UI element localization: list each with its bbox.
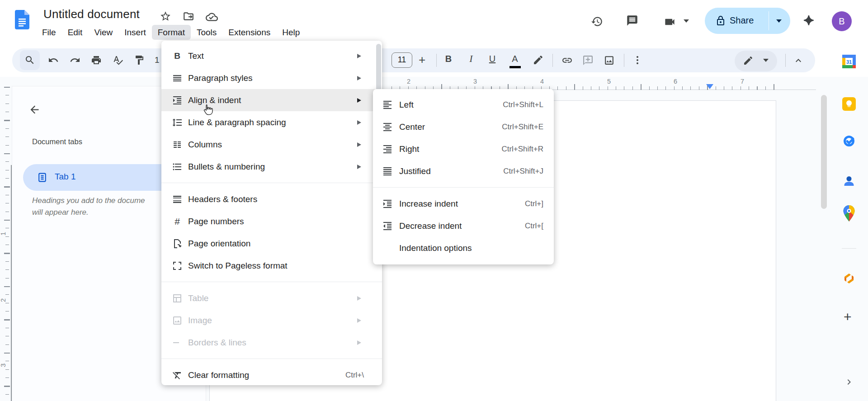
menu-divider bbox=[161, 359, 382, 359]
toolbar-divider bbox=[552, 54, 553, 67]
menu-item-columns[interactable]: Columns bbox=[161, 133, 382, 156]
close-panel-arrow-icon[interactable] bbox=[28, 104, 41, 116]
google-keep-icon[interactable] bbox=[842, 97, 856, 111]
google-tasks-icon[interactable] bbox=[842, 134, 856, 148]
submenu-arrow-icon bbox=[357, 120, 361, 125]
submenu-item-decrease-indent[interactable]: Decrease indent Ctrl+[ bbox=[373, 215, 554, 237]
menu-item-bullets-numbering[interactable]: Bullets & numbering bbox=[161, 156, 382, 178]
text-color-swatch bbox=[509, 66, 521, 68]
star-icon[interactable] bbox=[160, 10, 171, 22]
paint-format-icon[interactable] bbox=[134, 55, 145, 66]
menu-item-headers-footers[interactable]: Headers & footers bbox=[161, 188, 382, 210]
search-icon[interactable] bbox=[24, 55, 35, 66]
menu-format[interactable]: Format bbox=[152, 25, 191, 40]
menu-item-pageless[interactable]: Switch to Pageless format bbox=[161, 255, 382, 277]
menu-item-clear-formatting[interactable]: Clear formatting Ctrl+\ bbox=[161, 364, 382, 385]
submenu-item-right[interactable]: Right Ctrl+Shift+R bbox=[373, 138, 554, 160]
addon-icon[interactable] bbox=[843, 272, 855, 285]
google-maps-icon[interactable] bbox=[843, 205, 855, 222]
text-color-button[interactable]: A bbox=[509, 54, 520, 64]
ruler-number: 7 bbox=[741, 78, 744, 85]
more-options-icon[interactable] bbox=[632, 55, 643, 66]
google-contacts-icon[interactable] bbox=[842, 174, 856, 188]
hide-menus-chevron-icon[interactable] bbox=[793, 55, 804, 66]
document-title[interactable]: Untitled document bbox=[43, 7, 140, 21]
bold-text-icon: B bbox=[172, 51, 183, 61]
menu-divider bbox=[373, 187, 554, 188]
submenu-arrow-icon bbox=[357, 142, 361, 147]
menu-file[interactable]: File bbox=[36, 25, 62, 40]
meet-video-icon[interactable] bbox=[664, 16, 676, 28]
share-button[interactable]: Share bbox=[705, 8, 790, 34]
ruler-number: 2 bbox=[407, 78, 410, 85]
submenu-item-indentation-options[interactable]: Indentation options bbox=[373, 237, 554, 259]
docs-logo-icon[interactable] bbox=[15, 10, 29, 29]
format-menu: B Text Paragraph styles Align & indent L… bbox=[161, 41, 382, 385]
insert-image-icon[interactable] bbox=[604, 55, 615, 66]
align-indent-icon bbox=[172, 95, 183, 106]
menu-item-align-indent[interactable]: Align & indent bbox=[161, 89, 382, 111]
italic-button[interactable]: I bbox=[466, 53, 476, 65]
menu-extensions[interactable]: Extensions bbox=[222, 25, 276, 40]
gemini-sparkle-icon[interactable] bbox=[802, 14, 816, 28]
lock-icon bbox=[715, 15, 726, 26]
insert-link-icon[interactable] bbox=[561, 55, 573, 66]
menu-divider bbox=[161, 183, 382, 183]
vertical-ruler-half-ticks bbox=[4, 87, 10, 400]
version-history-icon[interactable] bbox=[591, 15, 603, 28]
menu-edit[interactable]: Edit bbox=[62, 25, 89, 40]
add-comment-icon[interactable] bbox=[582, 55, 594, 66]
spellcheck-icon[interactable] bbox=[113, 55, 123, 66]
menu-insert[interactable]: Insert bbox=[118, 25, 152, 40]
ruler-number: 6 bbox=[674, 78, 677, 85]
submenu-item-center[interactable]: Center Ctrl+Shift+E bbox=[373, 116, 554, 138]
menu-help[interactable]: Help bbox=[276, 25, 306, 40]
menu-item-table[interactable]: Table bbox=[161, 287, 382, 309]
add-panel-app-button[interactable]: + bbox=[844, 309, 852, 325]
font-size-input[interactable]: 11 bbox=[392, 52, 412, 68]
indent-increase-icon bbox=[382, 198, 393, 209]
print-icon[interactable] bbox=[91, 55, 102, 66]
highlighter-icon[interactable] bbox=[533, 54, 544, 66]
menu-tools[interactable]: Tools bbox=[191, 25, 222, 40]
menu-item-paragraph-styles[interactable]: Paragraph styles bbox=[161, 67, 382, 89]
menu-item-text[interactable]: B Text bbox=[161, 45, 382, 67]
submenu-arrow-icon bbox=[357, 165, 361, 169]
move-folder-icon[interactable] bbox=[183, 10, 194, 22]
submenu-item-increase-indent[interactable]: Increase indent Ctrl+] bbox=[373, 193, 554, 215]
menu-item-borders-lines[interactable]: Borders & lines bbox=[161, 331, 382, 354]
vertical-scrollbar-thumb[interactable] bbox=[821, 95, 827, 209]
tab-label: Tab 1 bbox=[55, 172, 75, 182]
underline-button[interactable]: U bbox=[487, 54, 498, 64]
indent-marker[interactable] bbox=[706, 84, 713, 89]
google-calendar-icon[interactable]: 31 bbox=[842, 55, 856, 68]
shortcut-label: Ctrl+[ bbox=[525, 222, 543, 231]
menu-divider bbox=[161, 282, 382, 282]
menu-item-page-numbers[interactable]: # Page numbers bbox=[161, 210, 382, 232]
menu-item-image[interactable]: Image bbox=[161, 309, 382, 331]
menu-item-page-orientation[interactable]: Page orientation bbox=[161, 232, 382, 255]
zoom-control-partial[interactable]: 1 bbox=[155, 55, 160, 65]
editing-mode-button[interactable] bbox=[735, 51, 777, 71]
align-center-icon bbox=[382, 122, 393, 132]
submenu-item-left[interactable]: Left Ctrl+Shift+L bbox=[373, 94, 554, 116]
cloud-saved-icon[interactable] bbox=[206, 11, 218, 23]
meet-dropdown-caret-icon[interactable] bbox=[684, 19, 689, 23]
menu-view[interactable]: View bbox=[88, 25, 118, 40]
bold-button[interactable]: B bbox=[443, 54, 454, 64]
redo-icon[interactable] bbox=[70, 55, 80, 66]
menu-item-line-spacing[interactable]: Line & paragraph spacing bbox=[161, 111, 382, 133]
account-avatar[interactable]: B bbox=[832, 11, 852, 31]
hand-cursor bbox=[202, 104, 214, 118]
hide-side-panel-chevron-icon[interactable] bbox=[844, 377, 854, 387]
toolbar-divider bbox=[624, 54, 624, 67]
vertical-ruler-number: 2 bbox=[0, 297, 7, 304]
submenu-arrow-icon bbox=[357, 340, 361, 345]
comments-icon[interactable] bbox=[626, 14, 638, 27]
font-size-increase-button[interactable]: + bbox=[419, 53, 425, 67]
submenu-item-justified[interactable]: Justified Ctrl+Shift+J bbox=[373, 160, 554, 182]
share-dropdown-caret-icon[interactable] bbox=[776, 19, 782, 23]
panel-title: Document tabs bbox=[32, 137, 82, 146]
undo-icon[interactable] bbox=[48, 55, 59, 66]
submenu-arrow-icon bbox=[357, 98, 361, 103]
